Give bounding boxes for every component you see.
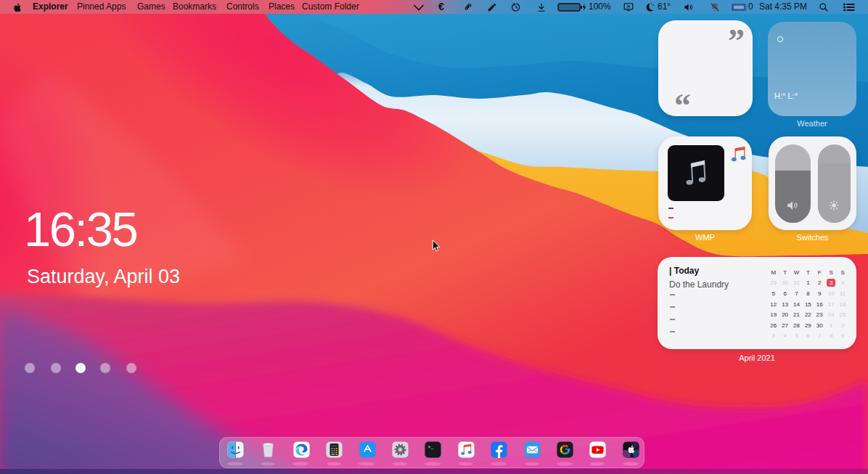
svg-text:>_: >_ — [428, 444, 435, 450]
